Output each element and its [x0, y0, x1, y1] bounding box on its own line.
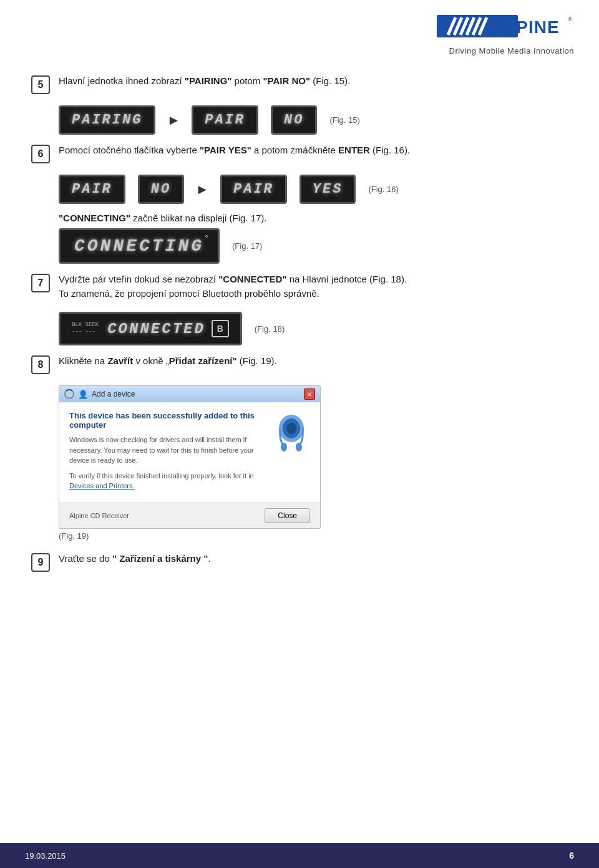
dialog-footer: Alpine CD Receiver Close	[59, 503, 320, 528]
fig-18-label: (Fig. 18)	[255, 324, 285, 334]
lcd-pair-yes-a-text: PAIR	[233, 181, 274, 197]
lcd-small-line1: BLK SEEK	[72, 322, 99, 329]
logo-tagline: Driving Mobile Media Innovation	[449, 46, 574, 55]
dialog-close-x-button[interactable]: ✕	[304, 388, 315, 400]
step-6-sub-text: "CONNECTING" začně blikat na displeji (F…	[59, 213, 568, 223]
lcd-pairing: PAIRING	[59, 105, 155, 135]
devices-and-printers-link[interactable]: Devices and Printers.	[69, 482, 135, 489]
fig-16-label: (Fig. 16)	[368, 185, 398, 194]
dialog-title-text: Add a device	[92, 390, 135, 398]
headset-image	[273, 411, 310, 456]
step-7-lcd: BLK SEEK --- --- CONNECTED B (Fig. 18)	[59, 312, 568, 345]
dialog-spinner-icon	[64, 389, 74, 399]
page-footer: 19.03.2015 6	[0, 843, 599, 868]
dialog-close-button[interactable]: Close	[265, 508, 310, 523]
lcd-pair-no-b: NO	[138, 175, 184, 204]
lcd-pair-yes-a: PAIR	[220, 175, 287, 204]
device-name-label: Alpine CD Receiver	[69, 512, 129, 519]
step-6-number: 6	[31, 145, 50, 163]
dialog-titlebar: 👤 Add a device ✕	[59, 386, 320, 402]
step-9-row: 9 Vraťte se do " Zařízení a tiskárny ".	[31, 552, 568, 572]
lcd-small-info: BLK SEEK --- ---	[72, 322, 99, 335]
step-7-number: 7	[31, 274, 50, 292]
step-5-number: 5	[31, 75, 50, 94]
dialog-body: This device has been successfully added …	[59, 402, 320, 503]
step-5-row: 5 Hlavní jednotka ihned zobrazí "PAIRING…	[31, 74, 568, 94]
lcd-connecting-screen: CONNECTING °	[59, 228, 220, 264]
step-8-row: 8 Klikněte na Zavřít v okně „Přidat zaří…	[31, 354, 568, 374]
lcd-pair: PAIR	[192, 105, 258, 135]
lcd-pair-text: PAIR	[205, 112, 245, 128]
lcd-connecting-text: CONNECTING	[74, 236, 204, 256]
fig-15-label: (Fig. 15)	[329, 115, 359, 125]
step-5-text: Hlavní jednotka ihned zobrazí "PAIRING" …	[59, 74, 568, 89]
step-8-text: Klikněte na Zavřít v okně „Přidat zaříze…	[59, 354, 568, 369]
dialog-user-icon: 👤	[78, 390, 88, 399]
lcd-pair-no-b-text: NO	[151, 181, 171, 197]
step-8-number: 8	[31, 355, 50, 374]
lcd-no: NO	[271, 105, 317, 135]
svg-text:®: ®	[568, 16, 572, 22]
bluetooth-icon: B	[212, 320, 229, 337]
logo-area: ALPINE ® Driving Mobile Media Innovation	[437, 11, 574, 55]
lcd-connected-text: CONNECTED	[107, 321, 205, 337]
step-6-text: Pomocí otočného tlačítka vyberte "PAIR Y…	[59, 143, 568, 158]
svg-point-13	[296, 443, 302, 451]
step-9-number: 9	[31, 553, 50, 572]
arrow-right-icon: ►	[167, 112, 180, 128]
main-content: 5 Hlavní jednotka ihned zobrazí "PAIRING…	[0, 62, 599, 620]
page-header: ALPINE ® Driving Mobile Media Innovation	[0, 0, 599, 62]
step-7-row: 7 Vydržte pár vteřin dokud se nezobrazí …	[31, 272, 568, 301]
lcd-pair-yes-b-text: YES	[313, 181, 343, 197]
dialog-body-text2: To verify if this device finished instal…	[69, 471, 310, 491]
footer-date: 19.03.2015	[25, 851, 66, 861]
step-7-text: Vydržte pár vteřin dokud se nezobrazí "C…	[59, 272, 568, 301]
dialog-title-area: 👤 Add a device	[64, 389, 135, 399]
alpine-logo: ALPINE ®	[437, 11, 574, 44]
step-5-lcd: PAIRING ► PAIR NO (Fig. 15)	[59, 105, 568, 135]
fig-19-label: (Fig. 19)	[59, 531, 568, 541]
fig-17-label: (Fig. 17)	[232, 241, 262, 251]
step-6-row: 6 Pomocí otočného tlačítka vyberte "PAIR…	[31, 143, 568, 163]
lcd-small-line2: --- ---	[72, 329, 99, 335]
step-6-lcd1: PAIR NO ► PAIR YES (Fig. 16)	[59, 175, 568, 204]
svg-point-12	[281, 443, 287, 451]
svg-point-11	[286, 423, 296, 434]
lcd-pair-no-a-text: PAIR	[72, 181, 112, 197]
arrow-right-icon-2: ►	[195, 181, 209, 198]
windows-dialog: 👤 Add a device ✕ This device has been su…	[59, 385, 321, 529]
step-9-text: Vraťte se do " Zařízení a tiskárny ".	[59, 552, 568, 566]
lcd-pair-no-a: PAIR	[59, 175, 125, 204]
headset-svg	[273, 411, 310, 455]
step-6-lcd2: CONNECTING ° (Fig. 17)	[59, 228, 568, 264]
svg-text:ALPINE: ALPINE	[492, 17, 560, 37]
lcd-pair-yes-b: YES	[300, 175, 356, 204]
lcd-pairing-text: PAIRING	[72, 112, 142, 128]
lcd-connected-screen: BLK SEEK --- --- CONNECTED B	[59, 312, 242, 345]
lcd-no-text: NO	[284, 112, 304, 128]
footer-page: 6	[569, 851, 574, 861]
lcd-connecting-dot: °	[204, 234, 209, 244]
